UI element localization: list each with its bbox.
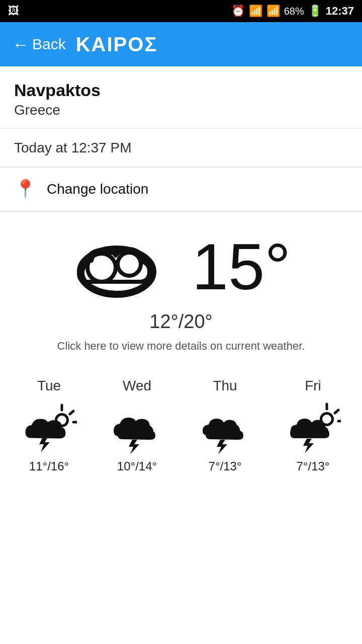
forecast-day-wed: Wed 10°/14°: [97, 378, 177, 473]
day-temp-thu: 7°/13°: [209, 459, 242, 473]
forecast-icon-thu: [198, 399, 253, 454]
svg-point-15: [322, 415, 331, 424]
app-title: ΚΑΙΡΟΣ: [76, 33, 158, 56]
photo-icon: 🖼: [8, 5, 19, 18]
country-name: Greece: [14, 102, 348, 118]
app-bar: ← Back ΚΑΙΡΟΣ: [0, 22, 362, 66]
cloud-icon: [71, 231, 172, 302]
temp-range: 12°/20°: [149, 311, 213, 333]
back-button[interactable]: ← Back: [12, 35, 66, 54]
city-name: Navpaktos: [14, 80, 348, 100]
svg-line-7: [70, 411, 73, 414]
status-bar: 🖼 ⏰ 📶 📶 68% 🔋 12:37: [0, 0, 362, 22]
battery-text: 68%: [284, 6, 304, 17]
day-label-wed: Wed: [123, 378, 151, 394]
forecast-day-tue: Tue 11°/16°: [9, 378, 89, 473]
location-pin-icon: 📍: [14, 179, 37, 200]
main-weather-section[interactable]: 15° 12°/20° Click here to view more deta…: [0, 211, 362, 363]
day-label-fri: Fri: [305, 378, 321, 394]
back-arrow-icon: ←: [12, 35, 29, 54]
main-temperature: 15°: [192, 234, 291, 299]
time-section: Today at 12:37 PM: [0, 129, 362, 168]
current-time: Today at 12:37 PM: [14, 140, 131, 155]
day-label-thu: Thu: [213, 378, 237, 394]
day-label-tue: Tue: [37, 378, 61, 394]
battery-icon: 🔋: [308, 5, 322, 18]
clock-time: 12:37: [326, 5, 354, 18]
forecast-icon-wed: [110, 399, 165, 454]
forecast-icon-fri: [286, 399, 341, 454]
svg-line-12: [335, 410, 338, 413]
forecast-icon-tue: [22, 399, 77, 454]
wifi-icon: 📶: [249, 5, 262, 18]
back-label: Back: [32, 36, 66, 53]
weather-row: 15°: [14, 231, 348, 302]
location-section: Navpaktos Greece: [0, 66, 362, 129]
day-temp-wed: 10°/14°: [117, 459, 157, 473]
signal-icon: 📶: [266, 5, 280, 18]
forecast-day-thu: Thu 7°/13°: [185, 378, 265, 473]
forecast-section: Tue 11°/16° Wed: [0, 363, 362, 489]
alarm-icon: ⏰: [231, 5, 245, 18]
day-temp-tue: 11°/16°: [29, 459, 69, 473]
day-temp-fri: 7°/13°: [297, 459, 330, 473]
change-location-label: Change location: [47, 181, 148, 197]
change-location-button[interactable]: 📍 Change location: [0, 168, 362, 211]
weather-details-link[interactable]: Click here to view more details on curre…: [57, 340, 305, 353]
forecast-day-fri: Fri 7°/13°: [273, 378, 353, 473]
